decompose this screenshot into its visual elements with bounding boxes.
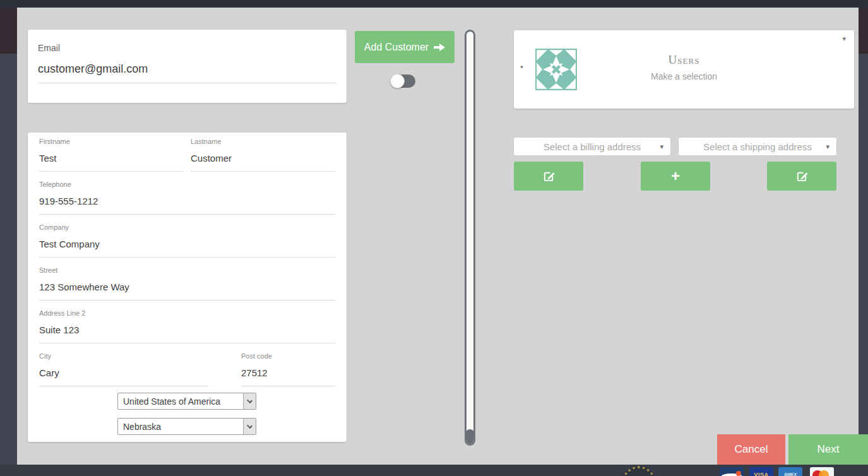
street-field: Street 123 Somewhere Way [39, 266, 336, 300]
next-button[interactable]: Next [788, 434, 868, 465]
screen: VISA AMEX Email customer@gmail.com Add C… [0, 0, 868, 476]
email-card: Email customer@gmail.com [28, 30, 347, 103]
plus-icon: + [671, 169, 680, 184]
toggle-knob[interactable] [390, 74, 405, 88]
add-address-button[interactable]: + [641, 162, 710, 191]
edit-icon [796, 170, 808, 182]
email-input[interactable]: customer@gmail.com [38, 62, 148, 76]
billing-address-placeholder: Select a billing address [544, 141, 641, 152]
email-underline [38, 83, 336, 83]
lastname-label: Lastname [191, 138, 336, 145]
shipping-address-select[interactable]: Select a shipping address ▾ [679, 138, 836, 155]
country-select-value: United States of America [118, 396, 243, 407]
chevron-down-icon [247, 423, 253, 429]
top-window-bar [0, 0, 868, 8]
toggle-switch-off[interactable] [391, 74, 415, 88]
state-select-value: Nebraska [118, 422, 243, 432]
scrollbar-thumb[interactable] [466, 429, 474, 444]
amex-card-icon: AMEX [778, 467, 802, 476]
add-customer-label: Add Customer [364, 42, 429, 53]
country-select[interactable]: United States of America [117, 393, 256, 410]
email-label: Email [38, 43, 60, 53]
customer-details-card: Firstname Test Lastname Customer Telepho… [28, 133, 347, 442]
address-line-2-label: Address Line 2 [39, 309, 336, 317]
user-picker-title: Users [514, 53, 854, 67]
state-select[interactable]: Nebraska [117, 418, 256, 435]
firstname-label: Firstname [39, 138, 183, 145]
telephone-field: Telephone 919-555-1212 [39, 181, 336, 215]
telephone-input[interactable]: 919-555-1212 [39, 196, 336, 215]
security-seal-icon [622, 466, 656, 476]
chevron-down-icon: ▾ [826, 143, 829, 151]
lastname-field: Lastname Customer [191, 138, 336, 172]
add-customer-modal: Email customer@gmail.com Add Customer Fi… [17, 8, 859, 465]
visa-card-icon: VISA [749, 467, 773, 476]
firstname-input[interactable]: Test [39, 153, 183, 172]
add-customer-button[interactable]: Add Customer [355, 31, 455, 63]
vertical-scrollbar[interactable] [465, 30, 475, 446]
user-picker-card[interactable]: ▾ • [514, 30, 854, 109]
chevron-down-icon[interactable]: ▾ [842, 35, 846, 43]
edit-icon [543, 170, 555, 182]
user-picker-subtitle: Make a selection [514, 71, 854, 81]
lastname-input[interactable]: Customer [191, 153, 336, 172]
cancel-button[interactable]: Cancel [717, 434, 785, 465]
state-select-arrow[interactable] [243, 419, 256, 434]
street-input[interactable]: 123 Somewhere Way [39, 282, 336, 300]
edit-shipping-address-button[interactable] [767, 162, 836, 191]
user-picker-texts: Users Make a selection [514, 53, 854, 81]
street-label: Street [39, 266, 336, 274]
postcode-field: Post code 27512 [241, 352, 336, 386]
address-line-2-field: Address Line 2 Suite 123 [39, 309, 336, 343]
city-input[interactable]: Cary [39, 367, 208, 386]
payment-card-icon [720, 467, 744, 476]
arrow-right-icon [434, 43, 445, 52]
address-line-2-input[interactable]: Suite 123 [39, 324, 336, 343]
country-select-arrow[interactable] [243, 393, 256, 409]
postcode-input[interactable]: 27512 [241, 367, 336, 386]
company-field: Company Test Company [39, 223, 336, 258]
company-input[interactable]: Test Company [39, 239, 336, 258]
telephone-label: Telephone [39, 181, 336, 188]
chevron-down-icon: ▾ [660, 143, 663, 151]
background-footer-strip: VISA AMEX [0, 465, 868, 476]
chevron-down-icon [247, 398, 253, 403]
company-label: Company [39, 223, 336, 231]
billing-address-select[interactable]: Select a billing address ▾ [514, 138, 670, 155]
shipping-address-placeholder: Select a shipping address [703, 141, 812, 152]
postcode-label: Post code [241, 352, 336, 360]
city-field: City Cary [39, 352, 208, 386]
mastercard-icon [810, 467, 834, 476]
firstname-field: Firstname Test [39, 138, 183, 172]
edit-billing-address-button[interactable] [514, 162, 583, 191]
city-label: City [39, 352, 208, 360]
